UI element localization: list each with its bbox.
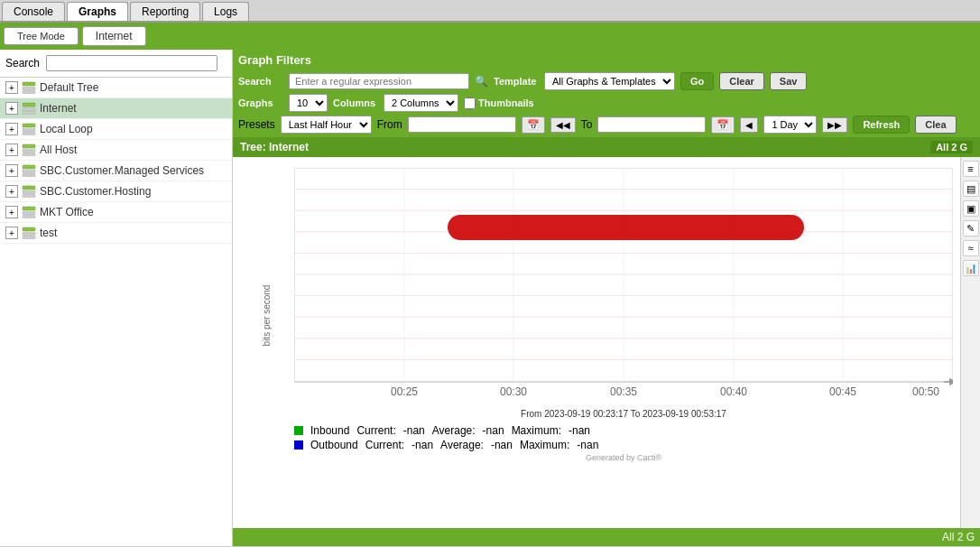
- tree-item[interactable]: + MKT Office: [0, 202, 232, 223]
- inbound-max-label: Maximum:: [512, 424, 561, 437]
- graph-filters: Graph Filters Search 🔍 Template All Grap…: [233, 50, 980, 137]
- tree-item-label: MKT Office: [40, 206, 94, 218]
- save-button[interactable]: Sav: [770, 72, 808, 90]
- svg-rect-22: [23, 233, 35, 236]
- svg-rect-5: [23, 112, 35, 115]
- template-select[interactable]: All Graphs & Templates: [544, 72, 675, 90]
- tree-item-label: Internet: [40, 102, 77, 115]
- inbound-label: Inbound: [310, 424, 349, 437]
- svg-rect-21: [23, 227, 35, 231]
- svg-rect-12: [23, 165, 35, 169]
- graphs-count-select[interactable]: 10: [289, 94, 328, 112]
- to-date-input[interactable]: 2023-09-19 00:53: [597, 116, 706, 133]
- tree-header-label: Tree: Internet: [240, 141, 309, 153]
- tab-graphs[interactable]: Graphs: [67, 2, 128, 21]
- subtab-internet[interactable]: Internet: [82, 26, 146, 46]
- svg-rect-17: [23, 195, 35, 198]
- inbound-avg-label: Average:: [432, 424, 476, 437]
- svg-rect-6: [23, 124, 35, 127]
- side-icon-list[interactable]: ▤: [963, 181, 979, 197]
- search-icon: 🔍: [475, 75, 488, 88]
- day-range-select[interactable]: 1 Day: [763, 116, 817, 134]
- node-icon: [22, 144, 36, 156]
- tree-item-label: All Host: [40, 144, 77, 156]
- from-calendar-button[interactable]: 📅: [522, 116, 545, 134]
- graph-area: bits per second: [233, 157, 980, 528]
- presets-label: Presets: [238, 118, 275, 131]
- expand-icon[interactable]: +: [5, 206, 18, 218]
- expand-icon[interactable]: +: [5, 164, 18, 177]
- svg-text:00:25: 00:25: [391, 385, 418, 398]
- expand-icon[interactable]: +: [5, 227, 18, 239]
- columns-select[interactable]: 2 Columns: [384, 94, 458, 112]
- y-axis-wrap: bits per second: [240, 168, 294, 462]
- expand-icon[interactable]: +: [5, 185, 18, 198]
- side-icon-menu[interactable]: ≡: [963, 161, 979, 177]
- side-icon-edit[interactable]: ✎: [963, 220, 979, 236]
- bottom-bar: All 2 G: [233, 528, 980, 546]
- subtab-tree-mode[interactable]: Tree Mode: [4, 27, 79, 45]
- svg-rect-11: [23, 153, 35, 156]
- inbound-current-val: -nan: [403, 424, 425, 437]
- node-icon: [22, 164, 36, 177]
- tree-item[interactable]: + SBC.Customer.Hosting: [0, 181, 232, 202]
- side-icon-grid[interactable]: ▣: [963, 200, 979, 217]
- tree-item[interactable]: + Local Loop: [0, 119, 232, 140]
- tree-item[interactable]: + test: [0, 223, 232, 244]
- chart-legend: Inbound Current: -nan Average: -nan Maxi…: [294, 424, 953, 462]
- svg-rect-13: [23, 171, 35, 173]
- tree-item-label: test: [40, 227, 57, 239]
- expand-icon[interactable]: +: [5, 102, 18, 115]
- thumbnails-checkbox[interactable]: [464, 97, 476, 109]
- svg-rect-15: [23, 186, 35, 190]
- side-icon-wave[interactable]: ≈: [963, 240, 979, 256]
- svg-rect-53: [448, 215, 804, 240]
- svg-text:00:40: 00:40: [720, 385, 747, 398]
- tree-item[interactable]: + Default Tree: [0, 78, 232, 98]
- tree-item[interactable]: + All Host: [0, 140, 232, 161]
- svg-rect-14: [23, 174, 35, 177]
- tab-console[interactable]: Console: [2, 2, 65, 21]
- columns-label: Columns: [333, 97, 378, 108]
- svg-rect-10: [23, 150, 35, 153]
- outbound-current-val: -nan: [411, 439, 433, 451]
- sidebar-tree: + Default Tree + Internet +: [0, 78, 232, 546]
- right-panel: Graph Filters Search 🔍 Template All Grap…: [233, 50, 980, 546]
- inbound-avg-val: -nan: [483, 424, 504, 437]
- expand-icon[interactable]: +: [5, 81, 18, 94]
- tree-item-label: Local Loop: [40, 123, 93, 135]
- tree-header: Tree: Internet All 2 G: [233, 137, 980, 157]
- fwd-nav-button[interactable]: ▶▶: [822, 117, 847, 133]
- from-date-input[interactable]: 2023-09-19 00:23: [408, 116, 516, 133]
- prev-nav-button[interactable]: ◀◀: [550, 117, 576, 133]
- clear2-button[interactable]: Clea: [915, 116, 956, 134]
- expand-icon[interactable]: +: [5, 123, 18, 135]
- graphs-label: Graphs: [238, 97, 283, 108]
- outbound-label: Outbound: [310, 439, 358, 451]
- all-badge: All 2 G: [930, 141, 973, 153]
- tab-reporting[interactable]: Reporting: [130, 2, 200, 21]
- outbound-max-val: -nan: [577, 439, 598, 451]
- svg-rect-9: [23, 144, 35, 148]
- side-icon-chart[interactable]: 📊: [963, 260, 979, 276]
- bottom-all-badge: All 2 G: [942, 531, 975, 543]
- svg-rect-7: [23, 129, 35, 132]
- clear-button[interactable]: Clear: [719, 72, 764, 90]
- to-calendar-button[interactable]: 📅: [711, 116, 735, 134]
- outbound-color: [294, 440, 303, 450]
- preset-select[interactable]: Last Half Hour: [281, 116, 372, 134]
- search-label: Search: [238, 76, 283, 87]
- node-icon: [22, 206, 36, 218]
- tab-logs[interactable]: Logs: [202, 2, 249, 21]
- expand-icon[interactable]: +: [5, 144, 18, 156]
- template-label: Template: [494, 76, 539, 87]
- tree-item[interactable]: + SBC.Customer.Managed Services: [0, 161, 232, 181]
- go-button[interactable]: Go: [680, 72, 714, 90]
- svg-rect-1: [23, 88, 35, 90]
- back-nav-button[interactable]: ◀: [740, 117, 758, 133]
- search-input[interactable]: [46, 55, 217, 71]
- search-label: Search: [5, 57, 40, 70]
- tree-item[interactable]: + Internet: [0, 98, 232, 119]
- refresh-button[interactable]: Refresh: [853, 116, 910, 134]
- graph-search-input[interactable]: [289, 73, 469, 89]
